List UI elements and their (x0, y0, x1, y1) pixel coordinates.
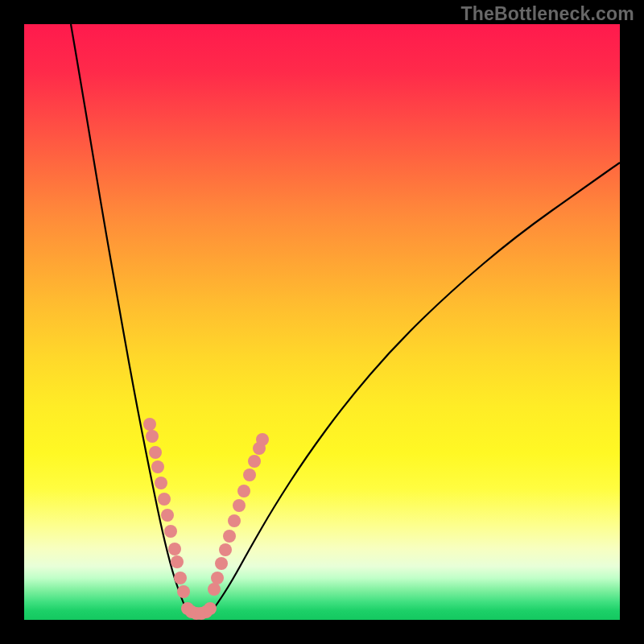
bead-marker (164, 525, 177, 538)
chart-svg (24, 24, 620, 620)
watermark-text: TheBottleneck.com (460, 3, 634, 25)
bead-marker (151, 460, 164, 473)
bead-markers (143, 418, 269, 620)
plot-area (24, 24, 620, 620)
right-curve (208, 163, 620, 617)
bead-marker (248, 455, 261, 468)
bead-marker (208, 583, 221, 596)
bead-marker (146, 430, 159, 443)
bead-marker (174, 572, 187, 584)
bead-marker (233, 499, 246, 512)
bead-marker (237, 485, 250, 497)
bead-marker (161, 509, 174, 522)
bead-marker (243, 469, 256, 481)
bead-marker (256, 433, 269, 446)
bead-marker (228, 514, 241, 527)
bead-marker (215, 557, 228, 570)
bead-marker (155, 477, 167, 489)
bead-marker (171, 555, 184, 568)
bead-marker (223, 530, 236, 543)
bead-marker (219, 543, 232, 556)
bead-marker (168, 543, 181, 555)
bead-marker (211, 572, 224, 584)
bead-marker (177, 585, 190, 598)
bead-marker (158, 493, 171, 506)
bead-marker (204, 602, 217, 615)
bead-marker (143, 418, 156, 431)
chart-frame: TheBottleneck.com (0, 0, 644, 644)
bead-marker (149, 446, 162, 459)
